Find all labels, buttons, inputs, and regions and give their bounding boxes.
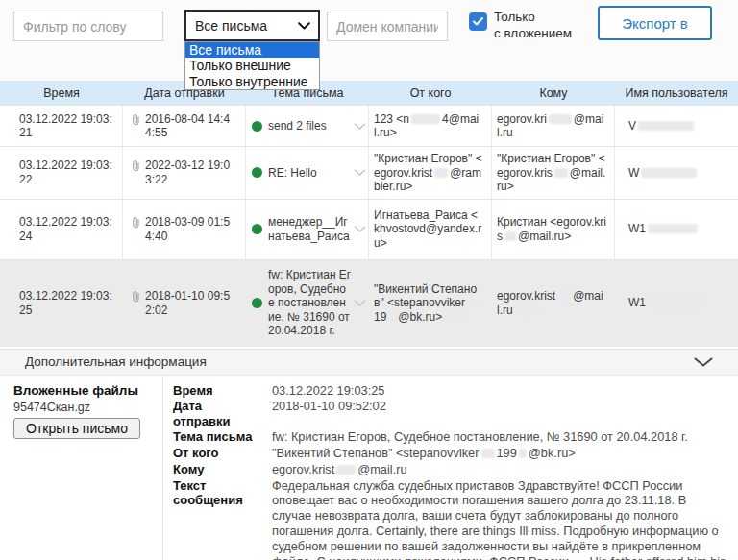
redacted-text bbox=[648, 298, 705, 307]
redacted-text bbox=[504, 231, 516, 241]
table-row[interactable]: 03.12.2022 19:03:212016-08-04 14:44:55se… bbox=[0, 105, 738, 146]
redacted-text bbox=[638, 121, 694, 131]
checkmark-icon bbox=[473, 17, 483, 26]
redacted-text bbox=[434, 168, 448, 178]
detail-field-row: Текст сообщенияФедеральная служба судебн… bbox=[173, 478, 726, 560]
table-row[interactable]: 03.12.2022 19:03:242018-03-09 01:54:40ме… bbox=[0, 199, 738, 259]
open-letter-button[interactable]: Открыть письмо bbox=[13, 418, 140, 439]
cell-sent-date: 2022-03-12 19:03:22 bbox=[123, 147, 246, 199]
field-value: egorov.krist@mail.ru bbox=[272, 462, 726, 477]
status-dot-icon bbox=[252, 167, 262, 178]
attachments-only-checkbox[interactable] bbox=[469, 12, 487, 31]
redacted-text bbox=[515, 305, 538, 315]
paperclip-icon bbox=[131, 113, 141, 130]
cell-to: egorov.krist@mail.ru bbox=[492, 260, 615, 347]
redacted-text bbox=[388, 312, 396, 322]
mail-type-dropdown-menu: Все письмаТолько внешниеТолько внутренни… bbox=[184, 41, 320, 90]
toolbar: Все письма Все письмаТолько внешниеТольк… bbox=[0, 0, 738, 81]
cell-username: W1 bbox=[615, 200, 738, 259]
table-row[interactable]: 03.12.2022 19:03:222022-03-12 19:03:22RE… bbox=[0, 146, 738, 199]
redacted-text bbox=[411, 114, 440, 124]
cell-username: W bbox=[615, 147, 738, 199]
redacted-text bbox=[481, 449, 495, 458]
cell-to: Кристиан <egorov.kris@mail.ru> bbox=[492, 200, 615, 259]
expand-chevron-icon[interactable] bbox=[354, 300, 366, 306]
field-value: fw: Кристиан Егоров, Судебное постановле… bbox=[272, 429, 726, 445]
cell-to: "Кристиан Егоров" <egorov.kris@mail.ru> bbox=[492, 147, 615, 199]
export-button[interactable]: Экспорт в bbox=[598, 6, 712, 40]
redacted-text bbox=[648, 224, 698, 233]
table-header-row: ВремяДата отправкиТема письмаОт когоКому… bbox=[0, 81, 738, 105]
cell-time: 03.12.2022 19:03:24 bbox=[0, 200, 123, 259]
paperclip-icon bbox=[131, 159, 141, 176]
field-label: Время bbox=[173, 383, 272, 399]
cell-to: egorov.kri@mail.ru bbox=[492, 106, 615, 146]
expand-chevron-icon[interactable] bbox=[354, 123, 366, 130]
redacted-text bbox=[336, 465, 356, 475]
word-filter-input[interactable] bbox=[13, 12, 163, 41]
field-label: Тема письма bbox=[173, 429, 272, 445]
cell-subject: менеджер__Игнатьева_Раиса bbox=[246, 200, 369, 259]
column-header: От кого bbox=[369, 86, 492, 100]
paperclip-icon bbox=[131, 216, 141, 232]
expand-chevron-icon[interactable] bbox=[354, 169, 366, 176]
cell-sent-date: 2018-03-09 01:54:40 bbox=[123, 200, 246, 259]
paperclip-icon bbox=[131, 290, 141, 306]
redacted-text bbox=[467, 298, 477, 307]
detail-fields: Время03.12.2022 19:03:25Дата отправки201… bbox=[163, 376, 738, 560]
collapse-chevron-icon[interactable] bbox=[694, 357, 713, 367]
redacted-text bbox=[444, 312, 469, 322]
cell-time: 03.12.2022 19:03:22 bbox=[0, 147, 123, 199]
cell-subject: RE: Hello bbox=[246, 147, 369, 199]
field-value: 2018-01-10 09:52:02 bbox=[272, 399, 726, 428]
redacted-text bbox=[557, 291, 571, 301]
field-value: Федеральная служба судебных приставов Зд… bbox=[272, 478, 726, 560]
field-value: "Викентий Степанов" <stepanovviker199@bk… bbox=[272, 446, 726, 461]
status-dot-icon bbox=[252, 121, 262, 132]
additional-info-body: Вложенные файлы 95474Скан.gz Открыть пис… bbox=[0, 376, 738, 560]
detail-field-row: От кого"Викентий Степанов" <stepanovvike… bbox=[173, 446, 726, 461]
chevron-down-icon bbox=[298, 22, 310, 30]
dropdown-option[interactable]: Только внешние bbox=[185, 58, 319, 73]
column-header: Кому bbox=[492, 86, 615, 100]
cell-from: "Викентий Степанов" <stepanovviker19@bk.… bbox=[369, 260, 492, 347]
mail-table: ВремяДата отправкиТема письмаОт когоКому… bbox=[0, 81, 738, 347]
attachments-only-label: Только с вложением bbox=[494, 9, 572, 41]
table-row[interactable]: 03.12.2022 19:03:252018-01-10 09:52:02fw… bbox=[0, 259, 738, 347]
cell-from: 123 <n4@mail.ru> bbox=[369, 106, 492, 146]
detail-field-row: Время03.12.2022 19:03:25 bbox=[173, 383, 726, 399]
redacted-text bbox=[519, 449, 527, 458]
field-label: Дата отправки bbox=[173, 399, 272, 428]
cell-from: "Кристиан Егоров" <egorov.krist@rambler.… bbox=[369, 147, 492, 199]
cell-subject: send 2 files bbox=[246, 106, 369, 146]
detail-field-row: Дата отправки2018-01-10 09:52:02 bbox=[173, 399, 726, 428]
cell-sent-date: 2016-08-04 14:44:55 bbox=[123, 106, 246, 146]
expand-chevron-icon[interactable] bbox=[354, 226, 366, 232]
field-label: Текст сообщения bbox=[173, 478, 272, 560]
cell-subject: fw: Кристиан Егоров, Судебное постановле… bbox=[246, 260, 369, 347]
redacted-text bbox=[554, 168, 568, 178]
detail-field-row: Тема письмаfw: Кристиан Егоров, Судебное… bbox=[173, 429, 726, 445]
field-label: Кому bbox=[173, 462, 272, 477]
cell-username: W1 bbox=[615, 260, 738, 347]
field-label: От кого bbox=[173, 446, 272, 461]
cell-time: 03.12.2022 19:03:21 bbox=[0, 106, 123, 146]
additional-info-header[interactable]: Дополнительная информация bbox=[0, 349, 738, 376]
table-body: 03.12.2022 19:03:212016-08-04 14:44:55se… bbox=[0, 105, 738, 347]
cell-sent-date: 2018-01-10 09:52:02 bbox=[123, 260, 246, 347]
cell-from: Игнатьева_Раиса <khvostovd@yandex.ru> bbox=[369, 200, 492, 259]
mail-type-select[interactable]: Все письма bbox=[184, 10, 320, 41]
attachments-label: Вложенные файлы bbox=[13, 383, 162, 398]
cell-time: 03.12.2022 19:03:25 bbox=[0, 260, 123, 347]
attachments-column: Вложенные файлы 95474Скан.gz Открыть пис… bbox=[0, 376, 163, 560]
dropdown-option[interactable]: Все письма bbox=[185, 42, 319, 58]
column-header: Имя пользователя bbox=[615, 86, 738, 100]
additional-info-title: Дополнительная информация bbox=[25, 354, 207, 369]
column-header: Время bbox=[0, 86, 123, 100]
field-value: 03.12.2022 19:03:25 bbox=[272, 383, 726, 399]
company-domain-input[interactable] bbox=[327, 12, 448, 41]
mail-type-select-value: Все письма bbox=[195, 18, 267, 34]
detail-field-row: Комуegorov.krist@mail.ru bbox=[173, 462, 726, 477]
attachment-file-name[interactable]: 95474Скан.gz bbox=[13, 401, 162, 414]
dropdown-option[interactable]: Только внутренние bbox=[185, 74, 319, 89]
